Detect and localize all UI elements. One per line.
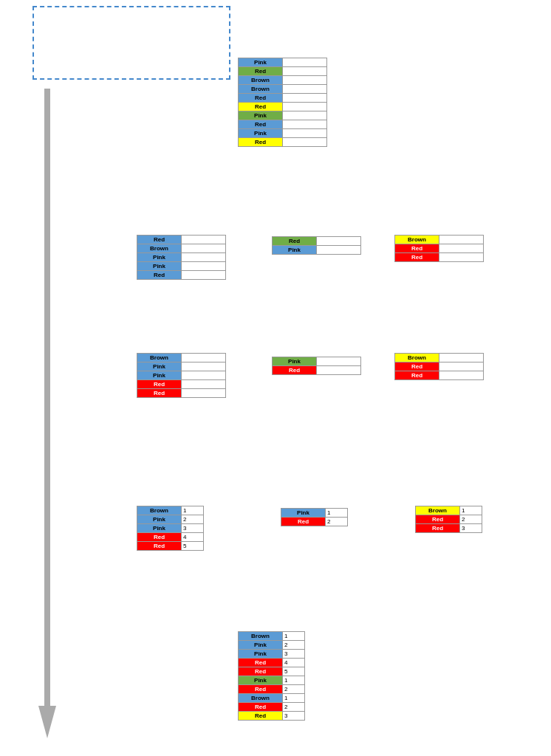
table-s5-merged: Brown1 Pink2 Pink3 Red4 Red5 Pink1 Red2 …: [238, 631, 305, 721]
table-initial: Pink Red Brown Brown Red Red Pink Red Pi…: [238, 58, 327, 147]
down-arrow: [38, 89, 56, 738]
table-s2-mid: Red Pink: [272, 236, 361, 255]
table-s2-right: Brown Red Red: [394, 235, 484, 262]
dashed-box: [32, 6, 230, 80]
table-s4-mid: Pink1 Red2: [281, 508, 348, 526]
table-s3-right: Brown Red Red: [394, 353, 484, 380]
table-s4-left: Brown1 Pink2 Pink3 Red4 Red5: [137, 506, 204, 551]
table-s2-left: Red Brown Pink Pink Red: [137, 235, 226, 280]
table-s3-mid: Pink Red: [272, 357, 361, 375]
table-s4-right: Brown1 Red2 Red3: [415, 506, 482, 533]
table-s3-left: Brown Pink Pink Red Red: [137, 353, 226, 398]
